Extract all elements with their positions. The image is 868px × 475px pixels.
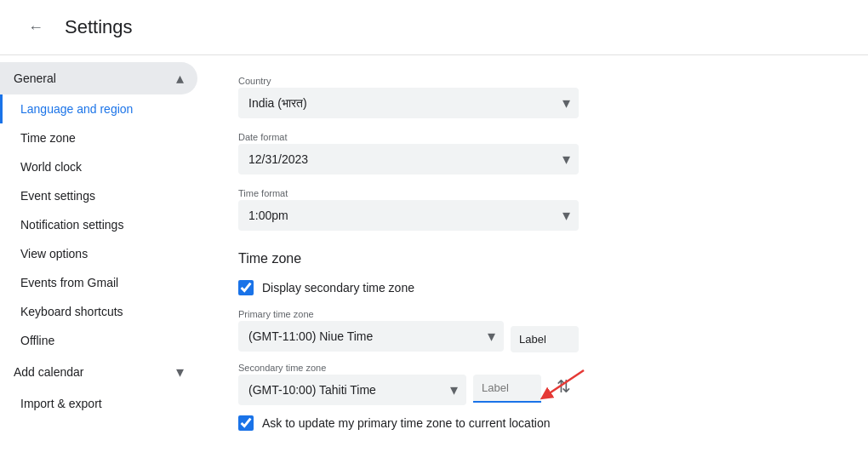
sidebar-item-world-clock[interactable]: World clock (0, 152, 197, 181)
primary-timezone-row: Primary time zone (GMT-11:00) Niue Time … (238, 309, 579, 352)
page-title: Settings (65, 16, 133, 38)
primary-timezone-label-block: Label (511, 309, 579, 352)
secondary-timezone-select[interactable]: (GMT-10:00) Tahiti Time (238, 375, 466, 405)
sidebar-item-notification-settings[interactable]: Notification settings (0, 210, 197, 239)
date-format-select-wrapper: 12/31/2023 ▾ (238, 144, 579, 175)
date-format-group: Date format 12/31/2023 ▾ (238, 132, 579, 175)
ask-update-checkbox-row: Ask to update my primary time zone to cu… (238, 415, 579, 431)
country-label: Country (238, 76, 579, 86)
chevron-up-icon: ▴ (176, 69, 184, 88)
secondary-timezone-label-input[interactable] (473, 375, 541, 403)
ask-update-checkbox[interactable] (238, 415, 254, 431)
secondary-timezone-label-block: Label (473, 363, 541, 403)
chevron-down-icon: ▾ (176, 363, 184, 381)
sidebar-item-offline[interactable]: Offline (0, 326, 197, 355)
country-select[interactable]: India (भारत) (238, 88, 579, 118)
back-icon: ← (28, 19, 43, 37)
main-content: Country India (भारत) ▾ Date format 12/31… (204, 55, 868, 475)
sidebar-general-label: General (14, 72, 56, 85)
language-region-settings: Country India (भारत) ▾ Date format 12/31… (238, 76, 579, 431)
country-select-wrapper: India (भारत) ▾ (238, 88, 579, 118)
header: ← Settings (0, 0, 868, 55)
settings-layout: General ▴ Language and region Time zone … (0, 55, 868, 475)
primary-timezone-select-block: Primary time zone (GMT-11:00) Niue Time … (238, 309, 504, 352)
primary-timezone-label-static: Label (511, 326, 579, 352)
country-group: Country India (भारत) ▾ (238, 76, 579, 118)
sidebar-add-calendar[interactable]: Add calendar ▾ (0, 355, 197, 389)
secondary-timezone-label: Secondary time zone (238, 363, 466, 373)
date-format-select[interactable]: 12/31/2023 (238, 144, 579, 175)
sidebar-item-language-and-region[interactable]: Language and region (0, 94, 197, 123)
sidebar-item-keyboard-shortcuts[interactable]: Keyboard shortcuts (0, 297, 197, 326)
time-format-label: Time format (238, 188, 579, 198)
sidebar-item-events-from-gmail[interactable]: Events from Gmail (0, 268, 197, 297)
secondary-timezone-select-block: Secondary time zone (GMT-10:00) Tahiti T… (238, 363, 466, 405)
svg-line-1 (545, 370, 584, 396)
primary-timezone-select[interactable]: (GMT-11:00) Niue Time (238, 321, 504, 352)
timezone-section-title: Time zone (238, 251, 579, 266)
display-secondary-checkbox[interactable] (238, 280, 254, 295)
display-secondary-checkbox-row: Display secondary time zone (238, 280, 579, 295)
sidebar-item-event-settings[interactable]: Event settings (0, 181, 197, 210)
ask-update-label: Ask to update my primary time zone to cu… (262, 416, 550, 430)
time-format-select[interactable]: 1:00pm (238, 200, 579, 231)
date-format-label: Date format (238, 132, 579, 142)
sidebar-general-section[interactable]: General ▴ (0, 62, 197, 94)
timezone-section: Time zone Display secondary time zone Pr… (238, 251, 579, 431)
secondary-timezone-select-wrapper: (GMT-10:00) Tahiti Time ▾ (238, 375, 466, 405)
sidebar-item-import-export[interactable]: Import & export (0, 389, 197, 418)
primary-timezone-select-wrapper: (GMT-11:00) Niue Time ▾ (238, 321, 504, 352)
sidebar-item-time-zone[interactable]: Time zone (0, 123, 197, 152)
red-arrow-annotation (533, 366, 592, 409)
secondary-timezone-row: Secondary time zone (GMT-10:00) Tahiti T… (238, 363, 579, 405)
sidebar-item-view-options[interactable]: View options (0, 239, 197, 268)
time-format-group: Time format 1:00pm ▾ (238, 188, 579, 231)
primary-timezone-label: Primary time zone (238, 309, 504, 319)
sidebar: General ▴ Language and region Time zone … (0, 55, 204, 475)
display-secondary-label: Display secondary time zone (262, 281, 414, 295)
time-format-select-wrapper: 1:00pm ▾ (238, 200, 579, 231)
back-button[interactable]: ← (20, 12, 51, 43)
